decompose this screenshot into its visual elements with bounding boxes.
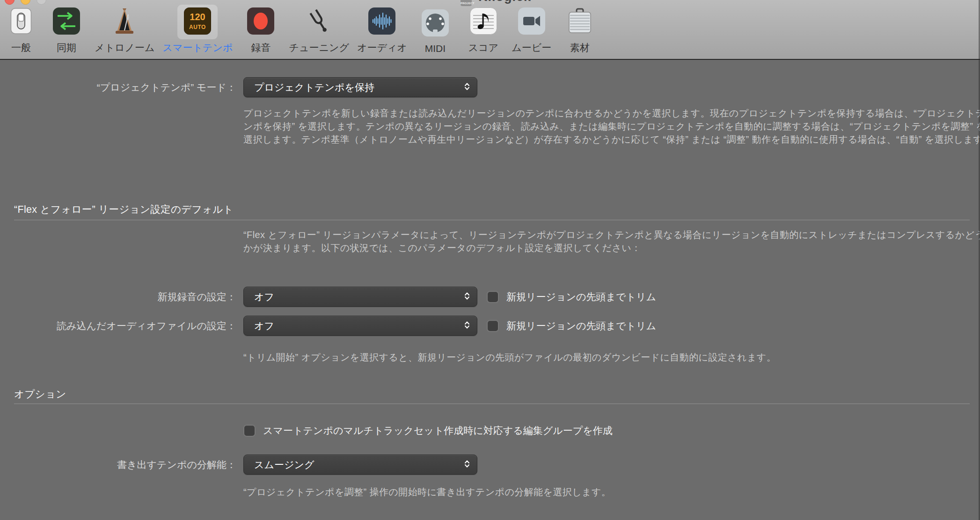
svg-text:120: 120 (190, 12, 205, 22)
sync-icon (53, 7, 80, 36)
tab-audio[interactable]: オーディオ (357, 5, 407, 54)
trim-note: “トリム開始” オプションを選択すると、新規リージョンの先頭がファイルの最初のダ… (243, 351, 776, 364)
tab-sync[interactable]: 同期 (46, 5, 87, 54)
section-divider (14, 404, 970, 404)
tempo-resolution-select[interactable]: スムージング (243, 455, 477, 475)
tab-recording[interactable]: 録音 (241, 5, 281, 54)
multitrack-edit-group-label: スマートテンポのマルチトラックセット作成時に対応する編集グループを作成 (263, 425, 613, 437)
tab-label: チューニング (289, 41, 349, 54)
close-button[interactable] (5, 0, 15, 5)
project-tempo-mode-label: “プロジェクトテンポ” モード： (0, 77, 236, 97)
tab-smart-tempo[interactable]: 120 AUTO スマートテンポ (162, 5, 233, 54)
trim-new-recordings-checkbox[interactable] (487, 291, 499, 303)
tab-general[interactable]: 一般 (4, 5, 38, 54)
flex-follow-section-title: “Flex とフォロー” リージョン設定のデフォルト (14, 202, 234, 216)
tab-tuning[interactable]: チューニング (289, 5, 349, 54)
zoom-button[interactable] (37, 0, 46, 5)
minimize-button[interactable] (21, 0, 30, 5)
new-recordings-select[interactable]: オフ (243, 287, 477, 307)
svg-text:AUTO: AUTO (190, 24, 206, 30)
tab-movie[interactable]: ムービー (512, 5, 552, 54)
tab-label: オーディオ (357, 41, 407, 54)
general-icon (10, 7, 32, 36)
section-divider (14, 220, 970, 220)
smart-tempo-pane: “プロジェクトテンポ” モード： プロジェクトテンポを保持 プロジェクトテンポを… (0, 61, 980, 520)
tab-assets[interactable]: 素材 (560, 5, 600, 54)
selected-value: オフ (254, 319, 274, 332)
tempo-resolution-label: 書き出すテンポの分解能： (0, 455, 236, 475)
selected-value: プロジェクトテンポを保持 (254, 81, 374, 94)
imported-audio-select[interactable]: オフ (243, 316, 477, 336)
record-icon (247, 7, 274, 36)
selected-value: スムージング (254, 458, 314, 471)
tab-label: スコア (468, 41, 498, 54)
metronome-icon (111, 7, 138, 36)
tab-label: 同期 (57, 41, 76, 54)
new-recordings-label: 新規録音の設定： (0, 287, 236, 307)
tab-label: メトロノーム (95, 41, 154, 54)
tab-label: MIDI (425, 43, 446, 54)
tempo-resolution-description: “プロジェクトテンポを調整” 操作の開始時に書き出すテンポの分解能を選択します。 (243, 485, 611, 498)
flex-follow-description: “Flex とフォロー” リージョンパラメータによって、リージョンテンポがプロジ… (243, 228, 980, 254)
tab-midi[interactable]: MIDI (415, 7, 455, 54)
movie-icon (518, 7, 545, 36)
tab-score[interactable]: スコア (463, 5, 504, 54)
trim-imported-audio-checkbox[interactable] (487, 320, 499, 332)
chevron-up-down-icon (463, 459, 471, 470)
tab-metronome[interactable]: メトロノーム (95, 5, 154, 54)
chevron-up-down-icon (463, 320, 471, 332)
score-icon (470, 7, 497, 36)
tab-label: 一般 (11, 41, 31, 54)
tab-label: 録音 (251, 41, 271, 54)
chevron-up-down-icon (463, 291, 471, 303)
tab-label: 素材 (570, 41, 590, 54)
midi-icon (422, 9, 449, 38)
multitrack-edit-group-checkbox[interactable] (243, 425, 256, 437)
imported-audio-label: 読み込んだオーディオファイルの設定： (0, 316, 236, 336)
trim-checkbox-label: 新規リージョンの先頭までトリム (506, 320, 656, 332)
project-tempo-mode-description: プロジェクトテンポを新しい録音または読み込んだリージョンのテンポに合わせるかどう… (243, 107, 980, 146)
assets-icon (566, 7, 593, 36)
selected-value: オフ (254, 290, 274, 303)
preferences-toolbar: PROJECT Kilogick 一般 同期 (0, 0, 980, 60)
tab-label: スマートテンポ (162, 41, 233, 54)
chevron-up-down-icon (463, 82, 471, 93)
window-title-text: Kilogick (478, 0, 531, 4)
audio-icon (368, 7, 395, 36)
project-tempo-mode-select[interactable]: プロジェクトテンポを保持 (243, 77, 477, 97)
smart-tempo-icon: 120 AUTO (184, 7, 211, 36)
trim-checkbox-label: 新規リージョンの先頭までトリム (506, 291, 656, 303)
tuning-fork-icon (306, 7, 333, 36)
toolbar-tabs: 一般 同期 (4, 5, 600, 54)
tab-label: ムービー (512, 41, 551, 54)
options-section-title: オプション (14, 387, 66, 401)
